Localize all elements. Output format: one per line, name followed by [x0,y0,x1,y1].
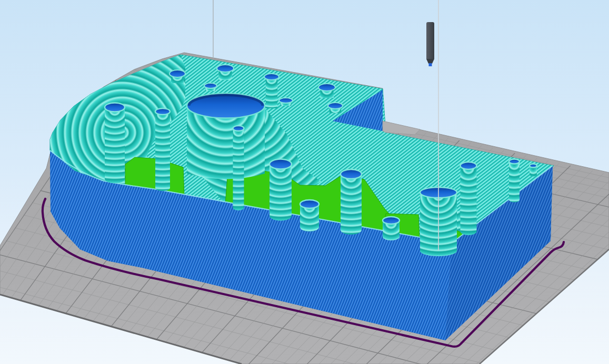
cylindrical-boss [461,162,477,235]
top-hole [204,83,217,91]
top-hole [318,84,335,98]
cylindrical-boss [105,103,125,184]
slicer-preview-window [0,0,609,364]
cylindrical-boss [530,164,537,177]
cylindrical-boss [341,169,362,235]
top-hole [328,103,343,113]
cylindrical-boss [300,200,319,231]
large-bore [187,94,265,179]
nozzle-tip [429,63,432,66]
cylindrical-boss [509,159,520,203]
cylindrical-boss [155,108,170,191]
cylindrical-boss [383,217,400,240]
cylindrical-boss [233,126,244,210]
nozzle-indicator [426,22,434,66]
cylindrical-boss [269,159,292,221]
top-hole [264,74,279,108]
top-hole [169,70,185,83]
top-hole [217,65,234,80]
top-hole [279,98,293,106]
preview-3d-viewport[interactable] [0,0,609,364]
